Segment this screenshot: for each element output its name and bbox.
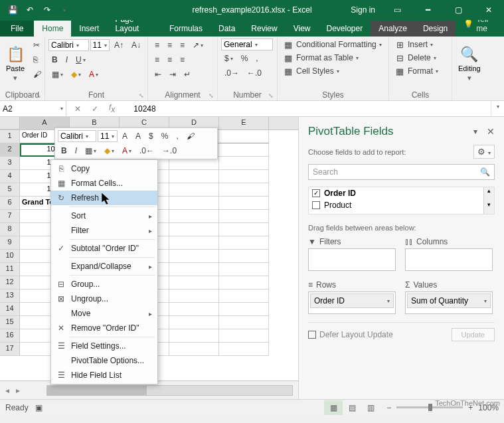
sign-in-link[interactable]: Sign in [344, 3, 382, 17]
cell[interactable] [169, 170, 219, 183]
mini-dec-decimal-icon[interactable]: .0← [136, 144, 157, 157]
row-header-8[interactable]: 8 [0, 223, 20, 236]
find-select-button[interactable]: 🔍 Editing▾ [456, 39, 483, 90]
cell[interactable] [219, 343, 269, 356]
cell[interactable] [169, 276, 219, 290]
cell[interactable] [169, 210, 219, 223]
ctx-field-settings[interactable]: ☰Field Settings... [51, 339, 157, 353]
accounting-icon[interactable]: $▾ [221, 52, 236, 65]
row-header-5[interactable]: 5 [0, 183, 20, 197]
cell[interactable] [219, 329, 269, 343]
increase-decimal-icon[interactable]: .0→ [221, 66, 242, 80]
row-header-17[interactable]: 17 [0, 343, 20, 356]
row-header-1[interactable]: 1 [0, 130, 20, 143]
tab-analyze[interactable]: Analyze [371, 21, 415, 37]
row-header-15[interactable]: 15 [0, 316, 20, 329]
ctx-refresh[interactable]: ↻Refresh [51, 191, 157, 205]
tab-home[interactable]: Home [34, 21, 71, 37]
cell[interactable] [169, 343, 219, 356]
orientation-icon[interactable]: ↗▾ [189, 39, 207, 52]
ctx-filter[interactable]: Filter▸ [51, 223, 157, 238]
align-middle-icon[interactable]: ≡ [164, 39, 175, 52]
cell[interactable] [219, 143, 269, 157]
ctx-expand-collapse[interactable]: Expand/Collapse▸ [51, 259, 157, 274]
cell[interactable] [169, 223, 219, 236]
sheet-nav-left-icon[interactable]: ◂ [5, 386, 9, 395]
grow-font-icon[interactable]: A↑ [111, 39, 127, 52]
row-header-11[interactable]: 11 [0, 263, 20, 276]
align-bottom-icon[interactable]: ≡ [177, 39, 188, 52]
page-break-view-icon[interactable]: ▥ [361, 400, 380, 415]
clipboard-launcher-icon[interactable]: ⤡ [36, 92, 41, 99]
mini-italic-button[interactable]: I [72, 144, 80, 157]
cancel-formula-icon[interactable]: ✕ [72, 104, 84, 114]
cell[interactable] [219, 250, 269, 263]
mini-bold-button[interactable]: B [58, 144, 70, 157]
align-right-icon[interactable]: ≡ [177, 53, 188, 66]
mini-font-color-icon[interactable]: A▾ [119, 144, 135, 157]
columns-dropzone[interactable] [405, 248, 493, 271]
filters-dropzone[interactable] [308, 248, 396, 271]
ctx-remove-order-id[interactable]: ✕Remove "Order ID" [51, 321, 157, 335]
ctx-group[interactable]: ⊟Group... [51, 277, 157, 292]
save-icon[interactable]: 💾 [5, 3, 20, 17]
ctx-subtotal-order-id[interactable]: ✓Subtotal "Order ID" [51, 241, 157, 256]
horizontal-scrollbar[interactable] [46, 385, 293, 396]
insert-cells-button[interactable]: ⊞Insert▾ [392, 39, 448, 50]
cut-icon[interactable]: ✂ [30, 39, 44, 52]
field-order-id[interactable]: ✓Order ID [309, 187, 494, 199]
bold-button[interactable]: B [48, 53, 61, 66]
rows-chip[interactable]: Order ID▾ [310, 294, 394, 308]
font-launcher-icon[interactable]: ⤡ [139, 92, 144, 99]
mini-font-combo[interactable]: Calibri▾ [58, 130, 96, 142]
ctx-format-cells[interactable]: ▦Format Cells... [51, 176, 157, 191]
cell[interactable] [169, 197, 219, 210]
tab-developer[interactable]: Developer [319, 21, 371, 37]
number-launcher-icon[interactable]: ⤡ [268, 92, 274, 99]
row-header-3[interactable]: 3 [0, 157, 20, 170]
row-header-13[interactable]: 13 [0, 290, 20, 303]
mini-percent-icon[interactable]: % [158, 129, 172, 143]
italic-button[interactable]: I [62, 53, 71, 66]
cell[interactable] [219, 223, 269, 236]
ctx-sort[interactable]: Sort▸ [51, 209, 157, 223]
delete-cells-button[interactable]: ⊟Delete▾ [392, 52, 448, 64]
row-header-16[interactable]: 16 [0, 329, 20, 343]
rows-dropzone[interactable]: Order ID▾ [308, 292, 396, 314]
cell[interactable] [219, 276, 269, 290]
row-header-10[interactable]: 10 [0, 250, 20, 263]
field-search-input[interactable]: Search 🔍 [308, 164, 495, 180]
cell[interactable] [219, 157, 269, 170]
expand-formula-bar-icon[interactable]: ▾ [491, 101, 504, 116]
copy-icon[interactable]: ⎘ [30, 53, 44, 66]
cell[interactable] [169, 290, 219, 303]
col-header-E[interactable]: E [219, 117, 269, 129]
cell[interactable] [219, 303, 269, 316]
align-top-icon[interactable]: ≡ [151, 39, 163, 52]
ctx-move[interactable]: Move▸ [51, 306, 157, 321]
sheet-nav-right-icon[interactable]: ▸ [16, 386, 20, 395]
tab-formulas[interactable]: Formulas [161, 21, 210, 37]
number-format-combo[interactable]: General▾ [221, 39, 273, 50]
gear-icon[interactable]: ⚙ ▾ [473, 145, 495, 159]
borders-icon[interactable]: ▦▾ [48, 68, 66, 81]
mini-shrink-font-icon[interactable]: A [132, 129, 144, 143]
undo-icon[interactable]: ↶ [23, 3, 37, 17]
font-size-combo[interactable]: 11▾ [90, 39, 110, 51]
tab-file[interactable]: File [0, 21, 34, 37]
field-scroll-up-icon[interactable]: ▴ [483, 187, 494, 201]
cell[interactable] [219, 236, 269, 250]
minimize-icon[interactable]: ━ [412, 0, 443, 20]
cell[interactable] [169, 250, 219, 263]
pane-dropdown-icon[interactable]: ▾ [473, 127, 477, 136]
decrease-indent-icon[interactable]: ⇤ [151, 68, 165, 81]
shrink-font-icon[interactable]: A↓ [128, 39, 144, 52]
mini-format-painter-icon[interactable]: 🖌 [183, 129, 198, 143]
name-box[interactable]: A2▾ [0, 101, 66, 116]
cell[interactable] [169, 263, 219, 276]
align-center-icon[interactable]: ≡ [164, 53, 175, 66]
font-color-icon[interactable]: A▾ [86, 68, 102, 81]
ribbon-options-icon[interactable]: ▭ [382, 0, 412, 20]
cell[interactable] [169, 329, 219, 343]
enter-formula-icon[interactable]: ✓ [89, 104, 101, 114]
